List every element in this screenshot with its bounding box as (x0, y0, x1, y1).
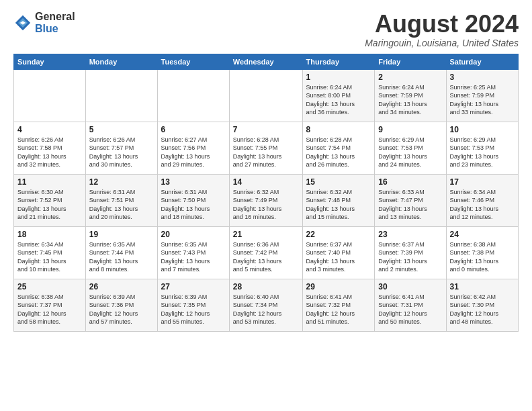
calendar-cell: 4Sunrise: 6:26 AM Sunset: 7:58 PM Daylig… (14, 122, 86, 174)
day-number: 26 (89, 282, 154, 291)
calendar-cell: 3Sunrise: 6:25 AM Sunset: 7:59 PM Daylig… (446, 69, 519, 122)
day-number: 15 (306, 177, 371, 187)
calendar-cell: 10Sunrise: 6:29 AM Sunset: 7:53 PM Dayli… (446, 122, 519, 174)
calendar-cell: 14Sunrise: 6:32 AM Sunset: 7:49 PM Dayli… (229, 174, 302, 226)
week-row-2: 11Sunrise: 6:30 AM Sunset: 7:52 PM Dayli… (14, 174, 519, 226)
calendar-cell: 15Sunrise: 6:32 AM Sunset: 7:48 PM Dayli… (302, 174, 375, 226)
day-info: Sunrise: 6:27 AM Sunset: 7:56 PM Dayligh… (161, 136, 226, 169)
day-info: Sunrise: 6:29 AM Sunset: 7:53 PM Dayligh… (378, 136, 442, 169)
calendar-cell: 29Sunrise: 6:41 AM Sunset: 7:32 PM Dayli… (302, 279, 375, 331)
calendar-cell: 17Sunrise: 6:34 AM Sunset: 7:46 PM Dayli… (446, 174, 519, 226)
day-header-sunday: Sunday (14, 54, 86, 69)
calendar-cell: 9Sunrise: 6:29 AM Sunset: 7:53 PM Daylig… (375, 122, 446, 174)
calendar-cell (157, 69, 229, 122)
calendar-page: General Blue August 2024 Maringouin, Lou… (0, 0, 532, 411)
calendar-cell: 6Sunrise: 6:27 AM Sunset: 7:56 PM Daylig… (157, 122, 229, 174)
week-row-3: 18Sunrise: 6:34 AM Sunset: 7:45 PM Dayli… (14, 226, 519, 279)
day-number: 13 (161, 177, 226, 187)
logo-blue: Blue (35, 23, 58, 34)
day-info: Sunrise: 6:38 AM Sunset: 7:38 PM Dayligh… (450, 240, 515, 274)
calendar-cell: 1Sunrise: 6:24 AM Sunset: 8:00 PM Daylig… (302, 69, 375, 122)
calendar-cell: 13Sunrise: 6:31 AM Sunset: 7:50 PM Dayli… (157, 174, 229, 226)
calendar-cell: 2Sunrise: 6:24 AM Sunset: 7:59 PM Daylig… (375, 69, 446, 122)
day-info: Sunrise: 6:28 AM Sunset: 7:54 PM Dayligh… (306, 136, 371, 169)
day-info: Sunrise: 6:35 AM Sunset: 7:44 PM Dayligh… (89, 240, 154, 274)
day-number: 5 (89, 125, 154, 134)
calendar-cell (229, 69, 302, 122)
logo: General Blue (13, 11, 75, 34)
day-number: 1 (306, 73, 371, 82)
calendar-cell: 8Sunrise: 6:28 AM Sunset: 7:54 PM Daylig… (302, 122, 375, 174)
calendar-header: SundayMondayTuesdayWednesdayThursdayFrid… (14, 54, 519, 69)
day-number: 17 (450, 177, 515, 187)
header: General Blue August 2024 Maringouin, Lou… (13, 11, 519, 48)
calendar-cell: 7Sunrise: 6:28 AM Sunset: 7:55 PM Daylig… (229, 122, 302, 174)
day-number: 25 (17, 282, 82, 291)
day-info: Sunrise: 6:42 AM Sunset: 7:30 PM Dayligh… (450, 293, 515, 326)
day-info: Sunrise: 6:26 AM Sunset: 7:58 PM Dayligh… (17, 136, 82, 169)
day-info: Sunrise: 6:39 AM Sunset: 7:35 PM Dayligh… (161, 293, 226, 326)
day-number: 6 (161, 125, 226, 134)
day-number: 24 (450, 230, 515, 239)
day-info: Sunrise: 6:37 AM Sunset: 7:40 PM Dayligh… (306, 240, 371, 274)
day-info: Sunrise: 6:34 AM Sunset: 7:45 PM Dayligh… (17, 240, 82, 274)
day-info: Sunrise: 6:32 AM Sunset: 7:48 PM Dayligh… (306, 188, 371, 222)
location: Maringouin, Louisiana, United States (365, 38, 519, 48)
calendar-cell: 26Sunrise: 6:39 AM Sunset: 7:36 PM Dayli… (85, 279, 157, 331)
day-number: 2 (378, 73, 442, 82)
calendar-body: 1Sunrise: 6:24 AM Sunset: 8:00 PM Daylig… (14, 69, 519, 331)
day-info: Sunrise: 6:37 AM Sunset: 7:39 PM Dayligh… (378, 240, 442, 274)
day-number: 12 (89, 177, 154, 187)
logo-text: General Blue (35, 11, 75, 34)
header-row: SundayMondayTuesdayWednesdayThursdayFrid… (14, 54, 519, 69)
day-number: 3 (450, 73, 515, 82)
calendar-cell: 23Sunrise: 6:37 AM Sunset: 7:39 PM Dayli… (375, 226, 446, 279)
day-info: Sunrise: 6:36 AM Sunset: 7:42 PM Dayligh… (233, 240, 299, 274)
calendar-cell: 16Sunrise: 6:33 AM Sunset: 7:47 PM Dayli… (375, 174, 446, 226)
day-number: 7 (233, 125, 299, 134)
calendar-cell: 11Sunrise: 6:30 AM Sunset: 7:52 PM Dayli… (14, 174, 86, 226)
calendar-cell: 20Sunrise: 6:35 AM Sunset: 7:43 PM Dayli… (157, 226, 229, 279)
day-header-monday: Monday (85, 54, 157, 69)
day-number: 20 (161, 230, 226, 239)
day-number: 30 (378, 282, 442, 291)
calendar-cell: 22Sunrise: 6:37 AM Sunset: 7:40 PM Dayli… (302, 226, 375, 279)
day-header-saturday: Saturday (446, 54, 519, 69)
calendar-cell (85, 69, 157, 122)
logo-general: General (35, 11, 75, 22)
logo-icon (13, 13, 32, 32)
day-number: 16 (378, 177, 442, 187)
calendar-cell: 19Sunrise: 6:35 AM Sunset: 7:44 PM Dayli… (85, 226, 157, 279)
day-info: Sunrise: 6:39 AM Sunset: 7:36 PM Dayligh… (89, 293, 154, 326)
calendar-cell: 24Sunrise: 6:38 AM Sunset: 7:38 PM Dayli… (446, 226, 519, 279)
day-number: 23 (378, 230, 442, 239)
title-block: August 2024 Maringouin, Louisiana, Unite… (365, 11, 519, 48)
day-info: Sunrise: 6:33 AM Sunset: 7:47 PM Dayligh… (378, 188, 442, 222)
day-info: Sunrise: 6:25 AM Sunset: 7:59 PM Dayligh… (450, 83, 515, 117)
day-number: 22 (306, 230, 371, 239)
day-info: Sunrise: 6:24 AM Sunset: 8:00 PM Dayligh… (306, 83, 371, 117)
day-info: Sunrise: 6:31 AM Sunset: 7:51 PM Dayligh… (89, 188, 154, 222)
day-info: Sunrise: 6:24 AM Sunset: 7:59 PM Dayligh… (378, 83, 442, 117)
month-title: August 2024 (365, 11, 519, 38)
day-header-friday: Friday (375, 54, 446, 69)
day-info: Sunrise: 6:31 AM Sunset: 7:50 PM Dayligh… (161, 188, 226, 222)
calendar-cell: 5Sunrise: 6:26 AM Sunset: 7:57 PM Daylig… (85, 122, 157, 174)
day-info: Sunrise: 6:35 AM Sunset: 7:43 PM Dayligh… (161, 240, 226, 274)
day-info: Sunrise: 6:29 AM Sunset: 7:53 PM Dayligh… (450, 136, 515, 169)
day-info: Sunrise: 6:30 AM Sunset: 7:52 PM Dayligh… (17, 188, 82, 222)
day-number: 18 (17, 230, 82, 239)
calendar-cell: 28Sunrise: 6:40 AM Sunset: 7:34 PM Dayli… (229, 279, 302, 331)
day-header-thursday: Thursday (302, 54, 375, 69)
day-info: Sunrise: 6:40 AM Sunset: 7:34 PM Dayligh… (233, 293, 299, 326)
day-number: 29 (306, 282, 371, 291)
calendar-cell: 12Sunrise: 6:31 AM Sunset: 7:51 PM Dayli… (85, 174, 157, 226)
calendar-cell: 31Sunrise: 6:42 AM Sunset: 7:30 PM Dayli… (446, 279, 519, 331)
day-number: 27 (161, 282, 226, 291)
day-number: 21 (233, 230, 299, 239)
day-info: Sunrise: 6:32 AM Sunset: 7:49 PM Dayligh… (233, 188, 299, 222)
day-number: 19 (89, 230, 154, 239)
calendar-cell: 30Sunrise: 6:41 AM Sunset: 7:31 PM Dayli… (375, 279, 446, 331)
day-info: Sunrise: 6:41 AM Sunset: 7:32 PM Dayligh… (306, 293, 371, 326)
day-header-tuesday: Tuesday (157, 54, 229, 69)
